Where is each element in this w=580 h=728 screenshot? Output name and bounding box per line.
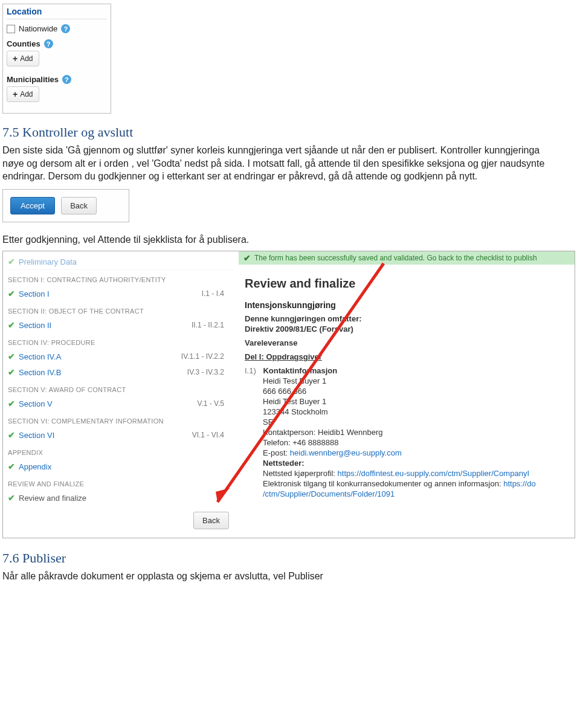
section-v-row[interactable]: ✔ Section V V.1 - V.5: [8, 396, 234, 411]
section-i-row[interactable]: ✔ Section I I.1 - I.4: [8, 286, 234, 301]
review-detail-panel: ✔ The form has been successfully saved a…: [239, 251, 575, 538]
contact-line: 123344 Stockholm: [263, 407, 569, 417]
section-ii-row[interactable]: ✔ Section II II.1 - II.2.1: [8, 317, 234, 333]
contact-line: 666 666 666: [263, 386, 569, 396]
section-vi-row[interactable]: ✔ Section VI VI.1 - VI.4: [8, 427, 234, 443]
section-7-6-heading: 7.6 Publiser: [2, 550, 580, 566]
back-button-checklist[interactable]: Back: [193, 512, 229, 529]
site-line[interactable]: /ctm/Supplier/Documents/Folder/1091: [263, 489, 569, 499]
success-status-bar: ✔ The form has been successfully saved a…: [239, 251, 575, 265]
check-icon: ✔: [243, 253, 251, 263]
section-7-6-body: Når alle påkravde dokument er opplasta o…: [2, 570, 558, 583]
review-heading: Review and finalize: [239, 271, 575, 297]
site-line: Nettsted kjøperprofil: https://doffintes…: [263, 468, 569, 478]
preliminary-data-row[interactable]: ✔ Preliminary Data: [8, 254, 234, 270]
notice-title: Intensjonskunngjøring: [245, 297, 569, 310]
contact-line: Heidi Test Buyer 1: [263, 376, 569, 386]
nationwide-label: Nationwide: [19, 24, 57, 33]
check-icon: ✔: [8, 399, 15, 408]
check-icon: ✔: [8, 352, 15, 361]
check-icon: ✔: [8, 257, 15, 266]
plus-icon: +: [13, 89, 18, 99]
plus-icon: +: [13, 54, 18, 63]
help-icon[interactable]: ?: [62, 75, 71, 84]
notice-sub1: Denne kunngjøringen omfatter:: [245, 314, 569, 324]
add-municipality-button[interactable]: + Add: [7, 86, 39, 102]
accept-button[interactable]: Accept: [10, 197, 55, 214]
contact-line: SE: [263, 417, 569, 427]
location-panel: Location Nationwide ? Counties ? + Add M…: [2, 4, 111, 114]
check-icon: ✔: [8, 430, 15, 440]
nettsteder-label: Nettsteder:: [263, 458, 569, 468]
nationwide-row: Nationwide ?: [7, 24, 107, 33]
back-button[interactable]: Back: [61, 197, 97, 214]
contact-line: Telefon: +46 8888888: [263, 437, 569, 448]
check-icon: ✔: [8, 493, 15, 503]
kontakt-row: I.1) Kontaktinformasjon: [245, 366, 569, 376]
section-category: REVIEW AND FINALIZE: [8, 474, 234, 490]
appendix-row[interactable]: ✔ Appendix: [8, 459, 234, 474]
check-icon: ✔: [8, 289, 15, 298]
counties-label: Counties ?: [7, 39, 107, 48]
contact-line: Kontaktperson: Heidib1 Wennberg: [263, 427, 569, 437]
location-header: Location: [7, 5, 107, 19]
site-line: Elektronisk tilgang til konkurransedokum…: [263, 478, 569, 489]
municipalities-label: Municipalities ?: [7, 75, 107, 84]
check-icon: ✔: [8, 462, 15, 471]
section-7-5-body2: Etter godkjenning, vel Attende til sjekk…: [2, 233, 558, 246]
section-ivb-row[interactable]: ✔ Section IV.B IV.3 - IV.3.2: [8, 364, 234, 380]
help-icon[interactable]: ?: [61, 24, 70, 33]
section-category: SECTION II: OBJECT OF THE CONTRACT: [8, 301, 234, 317]
review-screenshot: ✔ Preliminary Data SECTION I: CONTRACTIN…: [2, 251, 575, 538]
del-i-heading: Del I: Oppdragsgiver: [245, 352, 569, 362]
section-category: SECTION IV: PROCEDURE: [8, 333, 234, 349]
contact-line: Heidi Test Buyer 1: [263, 396, 569, 407]
section-7-5-heading: 7.5 Kontroller og avslutt: [2, 124, 580, 140]
notice-sub2: Direktiv 2009/81/EC (Forsvar): [245, 324, 569, 334]
review-finalize-row[interactable]: ✔ Review and finalize: [8, 490, 234, 506]
check-icon: ✔: [8, 320, 15, 330]
section-category: SECTION V: AWARD OF CONTRACT: [8, 380, 234, 396]
checklist-sidebar: ✔ Preliminary Data SECTION I: CONTRACTIN…: [3, 251, 239, 538]
accept-back-panel: Accept Back: [2, 189, 129, 222]
section-category: SECTION I: CONTRACTING AUTHORITY/ENTITY: [8, 270, 234, 286]
section-7-5-body: Den siste sida 'Gå gjennom og sluttfør' …: [2, 144, 558, 183]
contact-email-line: E-post: heidi.wennberg@eu-supply.com: [263, 448, 569, 458]
check-icon: ✔: [8, 367, 15, 377]
add-county-button[interactable]: + Add: [7, 51, 39, 66]
section-category: SECTION VI: COMPLEMENTARY INFORMATION: [8, 411, 234, 427]
help-icon[interactable]: ?: [44, 39, 53, 48]
section-iva-row[interactable]: ✔ Section IV.A IV.1.1 - IV.2.2: [8, 349, 234, 364]
nationwide-checkbox[interactable]: [7, 25, 15, 33]
vare-line: Vareleveranse: [245, 338, 569, 348]
section-category: APPENDIX: [8, 443, 234, 459]
